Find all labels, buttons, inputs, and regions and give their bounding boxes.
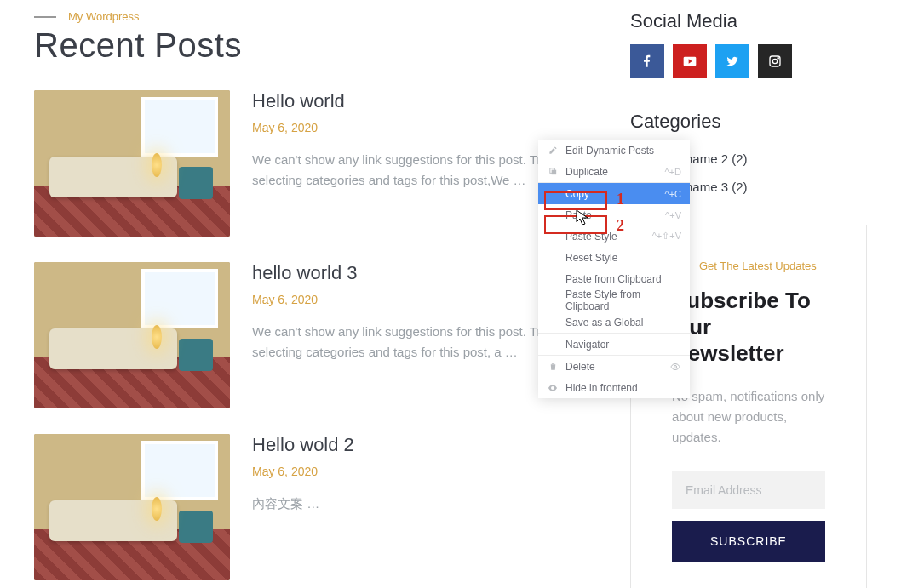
ctx-paste[interactable]: Paste ^+V bbox=[538, 204, 690, 225]
svg-rect-3 bbox=[551, 170, 556, 175]
post-item: Hello wold 2 May 6, 2020 內容文案 … bbox=[34, 434, 579, 580]
post-date: May 6, 2020 bbox=[252, 465, 579, 478]
eye-icon bbox=[669, 362, 681, 372]
instagram-icon[interactable] bbox=[758, 44, 792, 78]
context-menu: Edit Dynamic Posts Duplicate ^+D Copy ^+… bbox=[538, 140, 690, 398]
newsletter-description: No spam, notifications only about new pr… bbox=[672, 386, 825, 448]
ctx-item-label: Reset Style bbox=[565, 252, 681, 264]
ctx-item-label: Hide in frontend bbox=[565, 382, 681, 394]
mouse-cursor-icon bbox=[576, 209, 589, 230]
post-excerpt: We can't show any link suggestions for t… bbox=[252, 322, 579, 363]
email-field[interactable] bbox=[672, 471, 825, 509]
copy-icon bbox=[547, 167, 559, 176]
site-eyebrow: My Wordpress bbox=[68, 10, 140, 23]
newsletter-title: Subscribe To Our Newsletter bbox=[672, 288, 825, 368]
categories-title: Categories bbox=[630, 111, 867, 133]
ctx-hide-in-frontend[interactable]: Hide in frontend bbox=[538, 377, 690, 398]
post-date: May 6, 2020 bbox=[252, 293, 579, 306]
post-item: hello world 3 May 6, 2020 We can't show … bbox=[34, 262, 579, 408]
eyebrow-line bbox=[34, 16, 56, 18]
ctx-save-as-global[interactable]: Save as a Global bbox=[538, 311, 690, 333]
ctx-paste-style[interactable]: Paste Style ^+⇧+V bbox=[538, 225, 690, 247]
ctx-duplicate[interactable]: Duplicate ^+D bbox=[538, 161, 690, 182]
ctx-edit-dynamic-posts[interactable]: Edit Dynamic Posts bbox=[538, 140, 690, 161]
post-date: May 6, 2020 bbox=[252, 121, 579, 134]
post-excerpt: 內容文案 … bbox=[252, 494, 579, 514]
annotation-number-2: 2 bbox=[617, 217, 624, 235]
ctx-item-label: Navigator bbox=[565, 339, 681, 351]
youtube-icon[interactable] bbox=[673, 44, 707, 78]
ctx-item-label: Paste Style bbox=[565, 231, 646, 243]
twitter-icon[interactable] bbox=[715, 44, 749, 78]
post-thumbnail[interactable] bbox=[34, 262, 230, 408]
post-title[interactable]: hello world 3 bbox=[252, 262, 579, 284]
subscribe-button[interactable]: SUBSCRIBE bbox=[672, 521, 825, 562]
ctx-paste-style-from-clipboard[interactable]: Paste Style from Clipboard bbox=[538, 289, 690, 311]
svg-point-2 bbox=[778, 58, 778, 59]
ctx-item-label: Delete bbox=[565, 361, 663, 373]
social-media-title: Social Media bbox=[630, 10, 867, 32]
ctx-copy[interactable]: Copy ^+C bbox=[538, 183, 690, 204]
pencil-icon bbox=[547, 146, 559, 155]
newsletter-eyebrow: Get The Latest Updates bbox=[699, 260, 817, 272]
ctx-delete[interactable]: Delete bbox=[538, 356, 690, 377]
post-thumbnail[interactable] bbox=[34, 90, 230, 237]
post-excerpt: We can't show any link suggestions for t… bbox=[252, 150, 579, 191]
ctx-navigator[interactable]: Navigator bbox=[538, 334, 690, 355]
facebook-icon[interactable] bbox=[630, 44, 664, 78]
annotation-number-1: 1 bbox=[617, 191, 624, 208]
ctx-shortcut: ^+D bbox=[664, 167, 681, 177]
ctx-item-label: Paste Style from Clipboard bbox=[565, 288, 681, 312]
post-item: Hello world May 6, 2020 We can't show an… bbox=[34, 90, 579, 237]
ctx-reset-style[interactable]: Reset Style bbox=[538, 247, 690, 268]
post-thumbnail[interactable] bbox=[34, 434, 230, 580]
ctx-shortcut: ^+C bbox=[664, 189, 681, 199]
post-title[interactable]: Hello world bbox=[252, 90, 579, 112]
ctx-paste-from-clipboard[interactable]: Paste from Clipboard bbox=[538, 268, 690, 289]
trash-icon bbox=[547, 362, 559, 371]
svg-point-1 bbox=[772, 59, 777, 63]
ctx-item-label: Copy bbox=[565, 188, 657, 200]
ctx-shortcut: ^+⇧+V bbox=[652, 231, 681, 242]
ctx-shortcut: ^+V bbox=[665, 210, 681, 220]
eye-open-icon bbox=[547, 383, 559, 393]
svg-point-5 bbox=[674, 365, 677, 368]
ctx-item-label: Paste from Clipboard bbox=[565, 273, 681, 285]
post-title[interactable]: Hello wold 2 bbox=[252, 434, 579, 456]
ctx-item-label: Duplicate bbox=[565, 166, 657, 178]
ctx-item-label: Save as a Global bbox=[565, 317, 681, 328]
page-title: Recent Posts bbox=[34, 26, 579, 65]
ctx-item-label: Edit Dynamic Posts bbox=[565, 145, 681, 157]
